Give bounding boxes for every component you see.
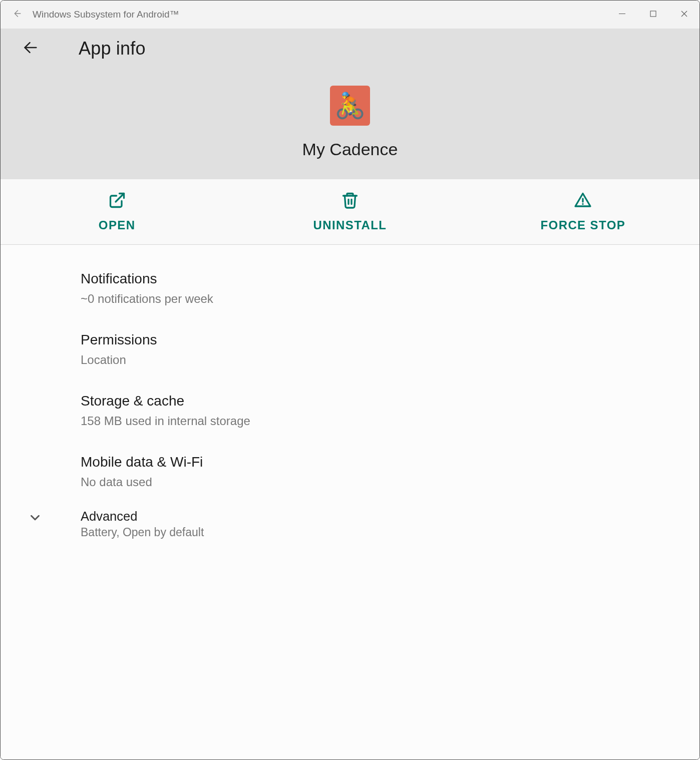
app-header: 🚴 My Cadence [1, 69, 699, 179]
force-stop-button[interactable]: FORCE STOP [467, 191, 699, 232]
advanced-title: Advanced [81, 509, 204, 524]
mobile-data-subtitle: No data used [81, 475, 679, 489]
open-button[interactable]: OPEN [1, 191, 233, 232]
window-title: Windows Subsystem for Android™ [33, 9, 179, 20]
permissions-item[interactable]: Permissions Location [81, 321, 679, 382]
close-icon [680, 10, 688, 20]
notifications-item[interactable]: Notifications ~0 notifications per week [81, 260, 679, 321]
force-stop-label: FORCE STOP [541, 218, 626, 232]
back-button[interactable] [16, 34, 46, 64]
uninstall-button[interactable]: UNINSTALL [233, 191, 466, 232]
settings-list: Notifications ~0 notifications per week … [1, 245, 699, 759]
notifications-title: Notifications [81, 271, 679, 287]
open-icon [108, 191, 126, 212]
advanced-item[interactable]: Advanced Battery, Open by default [81, 504, 679, 554]
window-maximize-button[interactable] [637, 1, 668, 29]
warning-icon [574, 191, 592, 212]
window-minimize-button[interactable] [606, 1, 637, 29]
window-frame: Windows Subsystem for Android™ App info … [0, 0, 700, 760]
storage-subtitle: 158 MB used in internal storage [81, 414, 679, 428]
app-name: My Cadence [302, 140, 398, 159]
storage-item[interactable]: Storage & cache 158 MB used in internal … [81, 382, 679, 443]
window-close-button[interactable] [668, 1, 699, 29]
cyclist-icon: 🚴 [334, 91, 366, 120]
notifications-subtitle: ~0 notifications per week [81, 292, 679, 306]
action-bar: OPEN UNINSTALL FORCE STOP [1, 179, 699, 245]
storage-title: Storage & cache [81, 393, 679, 409]
arrow-left-icon [12, 8, 23, 21]
arrow-left-icon [22, 39, 39, 58]
trash-icon [341, 191, 359, 212]
permissions-subtitle: Location [81, 353, 679, 367]
svg-rect-0 [650, 11, 656, 17]
app-icon: 🚴 [330, 86, 370, 126]
permissions-title: Permissions [81, 332, 679, 348]
chevron-down-icon [28, 510, 45, 527]
header: App info 🚴 My Cadence [1, 29, 699, 179]
titlebar: Windows Subsystem for Android™ [1, 1, 699, 29]
minimize-icon [618, 10, 626, 20]
maximize-icon [649, 10, 657, 20]
titlebar-back-button[interactable] [6, 1, 29, 29]
uninstall-label: UNINSTALL [313, 218, 387, 232]
mobile-data-title: Mobile data & Wi-Fi [81, 454, 679, 470]
advanced-subtitle: Battery, Open by default [81, 526, 204, 539]
mobile-data-item[interactable]: Mobile data & Wi-Fi No data used [81, 443, 679, 504]
page-title: App info [79, 38, 146, 59]
open-label: OPEN [99, 218, 136, 232]
